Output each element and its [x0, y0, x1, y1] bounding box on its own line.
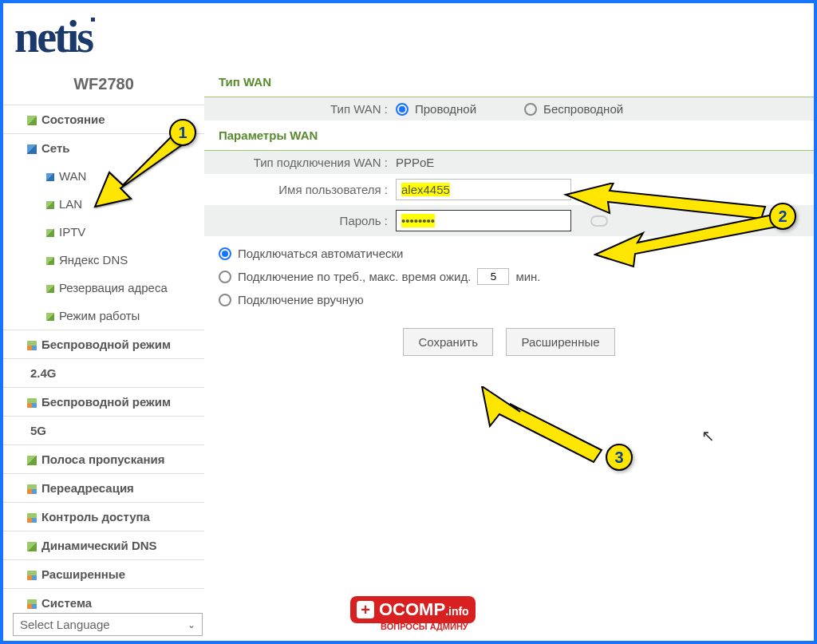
- radio-icon: [219, 294, 231, 306]
- sidebar-item-label: Резервация адреса: [59, 281, 168, 294]
- square-icon: [27, 341, 37, 350]
- sidebar-item-label: Беспроводной режим: [41, 395, 171, 409]
- sidebar-item-label: Состояние: [41, 113, 105, 126]
- sidebar-item-yandex-dns[interactable]: Яндекс DNS: [3, 246, 204, 274]
- cursor-icon: ↖: [701, 426, 715, 445]
- square-icon: [27, 116, 37, 125]
- sidebar-item-forwarding[interactable]: Переадресация: [3, 473, 204, 502]
- radio-label: Подключение вручную: [238, 293, 364, 306]
- square-icon: [27, 398, 37, 408]
- conn-type-value[interactable]: PPPoE: [396, 156, 434, 169]
- sidebar-item-label: 5G: [30, 424, 46, 437]
- watermark-sub: ВОПРОСЫ АДМИНУ: [381, 622, 476, 631]
- sidebar-item-wireless-24[interactable]: Беспроводной режим: [3, 330, 204, 358]
- sidebar-item-label: Система: [41, 596, 92, 610]
- square-icon: [46, 229, 54, 237]
- square-icon: [46, 201, 54, 209]
- square-icon: [46, 173, 54, 181]
- sidebar-item-ddns[interactable]: Динамический DNS: [3, 531, 204, 559]
- sidebar-item-label: IPTV: [59, 225, 85, 239]
- sidebar-item-operation-mode[interactable]: Режим работы: [3, 302, 204, 330]
- watermark-suffix: .info: [445, 605, 469, 618]
- sidebar-item-wan[interactable]: WAN: [3, 162, 204, 190]
- sidebar-item-label: Яндекс DNS: [59, 253, 128, 267]
- sidebar-item-label: Переадресация: [41, 481, 134, 495]
- square-icon: [27, 571, 37, 580]
- eye-icon[interactable]: [590, 215, 608, 227]
- square-icon: [46, 257, 54, 265]
- password-label: Пароль :: [204, 214, 396, 227]
- radio-manual[interactable]: Подключение вручную: [219, 289, 814, 310]
- square-icon: [27, 456, 37, 465]
- chevron-down-icon: ⌄: [187, 619, 195, 630]
- section-wan-params-title: Параметры WAN: [204, 121, 814, 151]
- sidebar-item-label: Полоса пропускания: [41, 452, 165, 466]
- square-icon: [46, 285, 54, 293]
- square-icon: [27, 144, 37, 154]
- sidebar-item-label: Беспроводной режим: [41, 338, 171, 351]
- radio-wireless[interactable]: Беспроводной: [524, 102, 623, 116]
- sidebar-item-5g[interactable]: 5G: [3, 416, 204, 444]
- section-wan-type-title: Тип WAN: [204, 67, 814, 97]
- save-button[interactable]: Сохранить: [403, 328, 493, 356]
- sidebar-item-access-control[interactable]: Контроль доступа: [3, 502, 204, 531]
- main-content: Тип WAN Тип WAN : Проводной Беспроводной…: [204, 67, 814, 641]
- watermark-text: OCOMP: [379, 599, 445, 619]
- username-label: Имя пользователя :: [204, 183, 396, 196]
- sidebar-item-advanced[interactable]: Расширенные: [3, 559, 204, 588]
- wan-type-label: Тип WAN :: [204, 102, 396, 116]
- sidebar-item-address-reservation[interactable]: Резервация адреса: [3, 274, 204, 302]
- language-select[interactable]: Select Language ⌄: [13, 613, 203, 636]
- advanced-button[interactable]: Расширенные: [506, 328, 614, 356]
- square-icon: [27, 599, 37, 609]
- sidebar-item-label: Сеть: [41, 141, 70, 155]
- sidebar: WF2780 Состояние Сеть WAN LAN IPTV Яндек…: [3, 67, 204, 641]
- sidebar-item-bandwidth[interactable]: Полоса пропускания: [3, 444, 204, 473]
- radio-icon: [396, 103, 408, 116]
- radio-auto-connect[interactable]: Подключаться автоматически: [219, 243, 814, 264]
- radio-label: Подключение по треб., макс. время ожид.: [238, 270, 471, 283]
- sidebar-item-label: WAN: [59, 169, 86, 183]
- sidebar-item-lan[interactable]: LAN: [3, 190, 204, 218]
- sidebar-item-label: Динамический DNS: [41, 539, 157, 552]
- password-input[interactable]: ••••••••: [396, 210, 571, 231]
- select-value: Select Language: [20, 618, 110, 631]
- model-label: WF2780: [3, 67, 204, 105]
- watermark: + OCOMP.info ВОПРОСЫ АДМИНУ: [350, 596, 476, 631]
- username-input[interactable]: alex4455: [396, 179, 571, 200]
- square-icon: [27, 484, 37, 494]
- unit-label: мин.: [515, 270, 540, 283]
- sidebar-item-status[interactable]: Состояние: [3, 105, 204, 133]
- sidebar-item-label: LAN: [59, 197, 82, 211]
- radio-wired[interactable]: Проводной: [396, 102, 476, 116]
- radio-label: Беспроводной: [543, 102, 623, 116]
- sidebar-item-label: 2.4G: [30, 366, 57, 380]
- radio-label: Подключаться автоматически: [238, 247, 403, 260]
- square-icon: [46, 313, 54, 321]
- sidebar-item-24g[interactable]: 2.4G: [3, 358, 204, 387]
- input-value: alex4455: [401, 183, 450, 196]
- plus-icon: +: [357, 601, 374, 618]
- radio-on-demand[interactable]: Подключение по треб., макс. время ожид. …: [219, 264, 814, 289]
- sidebar-item-label: Контроль доступа: [41, 510, 150, 523]
- radio-icon: [219, 271, 231, 283]
- logo: netis: [14, 11, 92, 62]
- square-icon: [27, 513, 37, 523]
- conn-type-label: Тип подключения WAN :: [204, 156, 396, 169]
- sidebar-item-wireless-5[interactable]: Беспроводной режим: [3, 387, 204, 416]
- radio-icon: [219, 247, 231, 260]
- sidebar-item-iptv[interactable]: IPTV: [3, 218, 204, 246]
- radio-icon: [524, 103, 537, 116]
- idle-time-input[interactable]: [477, 268, 509, 285]
- sidebar-item-label: Расширенные: [41, 567, 125, 581]
- input-value: ••••••••: [401, 214, 435, 227]
- radio-label: Проводной: [415, 102, 476, 116]
- sidebar-item-network[interactable]: Сеть: [3, 133, 204, 162]
- square-icon: [27, 542, 37, 551]
- sidebar-item-label: Режим работы: [59, 309, 140, 322]
